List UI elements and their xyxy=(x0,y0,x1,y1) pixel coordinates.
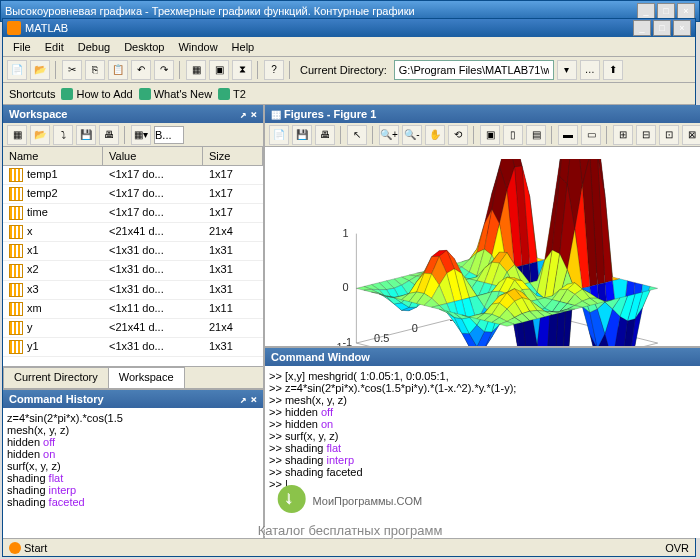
pointer-button[interactable]: ↖ xyxy=(347,125,367,145)
panel-undock-button[interactable]: ↗ xyxy=(240,108,247,121)
subplot2-button[interactable]: ⊟ xyxy=(636,125,656,145)
panel-close-button[interactable]: × xyxy=(250,108,257,121)
simulink-button[interactable]: ▦ xyxy=(186,60,206,80)
col-size-header[interactable]: Size xyxy=(203,147,263,165)
table-row[interactable]: x<21x41 d...21x4 xyxy=(3,223,263,242)
tab-current-directory[interactable]: Current Directory xyxy=(3,367,109,388)
command-history-panel: Command History ↗× z=4*sin(2*pi*x).*cos(… xyxy=(3,388,263,538)
history-header: Command History ↗× xyxy=(3,390,263,408)
help-button[interactable]: ? xyxy=(264,60,284,80)
matlab-maximize-button[interactable]: □ xyxy=(653,20,671,36)
paste-button[interactable]: 📋 xyxy=(108,60,128,80)
up-dir-button[interactable]: ⬆ xyxy=(603,60,623,80)
subplot3-button[interactable]: ⊡ xyxy=(659,125,679,145)
shortcuts-label: Shortcuts xyxy=(9,88,55,100)
table-row[interactable]: x1<1x31 do...1x31 xyxy=(3,242,263,261)
rotate3d-button[interactable]: ⟲ xyxy=(448,125,468,145)
cmd-line: >> hidden off xyxy=(269,406,700,418)
new-figure-button[interactable]: 📄 xyxy=(269,125,289,145)
zoom-out-button[interactable]: 🔍- xyxy=(402,125,422,145)
colorbar-button[interactable]: ▯ xyxy=(503,125,523,145)
legend-button[interactable]: ▤ xyxy=(526,125,546,145)
os-close-button[interactable]: × xyxy=(677,3,695,19)
table-row[interactable]: x2<1x31 do...1x31 xyxy=(3,261,263,280)
col-name-header[interactable]: Name xyxy=(3,147,103,165)
history-line[interactable]: shading interp xyxy=(7,484,259,496)
history-line[interactable]: hidden on xyxy=(7,448,259,460)
open-file-button[interactable]: 📂 xyxy=(30,60,50,80)
history-line[interactable]: hidden off xyxy=(7,436,259,448)
matlab-titlebar: MATLAB _ □ × xyxy=(3,19,695,37)
open-var-button[interactable]: 📂 xyxy=(30,125,50,145)
table-row[interactable]: temp1<1x17 do...1x17 xyxy=(3,166,263,185)
cmd-line: >> | xyxy=(269,478,700,490)
pan-button[interactable]: ✋ xyxy=(425,125,445,145)
table-row[interactable]: temp2<1x17 do...1x17 xyxy=(3,185,263,204)
panel-close-button[interactable]: × xyxy=(250,393,257,406)
cmd-line: >> shading faceted xyxy=(269,466,700,478)
subplot4-button[interactable]: ⊠ xyxy=(682,125,700,145)
history-line[interactable]: shading faceted xyxy=(7,496,259,508)
datacursor-button[interactable]: ▣ xyxy=(480,125,500,145)
zoom-in-button[interactable]: 🔍+ xyxy=(379,125,399,145)
print-figure-button[interactable]: 🖶 xyxy=(315,125,335,145)
history-body[interactable]: z=4*sin(2*pi*x).*cos(1.5mesh(x, y, z)hid… xyxy=(3,408,263,538)
workspace-table[interactable]: Name Value Size temp1<1x17 do...1x17temp… xyxy=(3,147,263,366)
history-line[interactable]: shading flat xyxy=(7,472,259,484)
matlab-minimize-button[interactable]: _ xyxy=(633,20,651,36)
os-minimize-button[interactable]: _ xyxy=(637,3,655,19)
table-row[interactable]: xm<1x11 do...1x11 xyxy=(3,300,263,319)
profiler-button[interactable]: ⧗ xyxy=(232,60,252,80)
shortcut-t2[interactable]: T2 xyxy=(218,88,246,100)
menu-desktop[interactable]: Desktop xyxy=(118,39,170,55)
history-line[interactable]: surf(x, y, z) xyxy=(7,460,259,472)
cut-button[interactable]: ✂ xyxy=(62,60,82,80)
start-button[interactable]: Start xyxy=(9,542,47,554)
shortcut-whats-new[interactable]: What's New xyxy=(139,88,212,100)
statusbar: Start OVR xyxy=(3,538,695,556)
browse-button[interactable]: … xyxy=(580,60,600,80)
save-figure-button[interactable]: 💾 xyxy=(292,125,312,145)
current-directory-input[interactable] xyxy=(394,60,554,80)
layout2-button[interactable]: ▭ xyxy=(581,125,601,145)
copy-button[interactable]: ⎘ xyxy=(85,60,105,80)
panel-undock-button[interactable]: ↗ xyxy=(240,393,247,406)
menu-window[interactable]: Window xyxy=(172,39,223,55)
table-row[interactable]: time<1x17 do...1x17 xyxy=(3,204,263,223)
layout1-button[interactable]: ▬ xyxy=(558,125,578,145)
table-row[interactable]: y<21x41 d...21x4 xyxy=(3,319,263,338)
shortcut-icon xyxy=(139,88,151,100)
history-line[interactable]: z=4*sin(2*pi*x).*cos(1.5 xyxy=(7,412,259,424)
variable-icon xyxy=(9,264,23,278)
command-window-body[interactable]: >> [x,y] meshgrid( 1:0.05:1, 0:0.05:1,>>… xyxy=(265,366,700,538)
history-line[interactable]: mesh(x, y, z) xyxy=(7,424,259,436)
save-ws-button[interactable]: 💾 xyxy=(76,125,96,145)
dir-dropdown-button[interactable]: ▾ xyxy=(557,60,577,80)
menu-edit[interactable]: Edit xyxy=(39,39,70,55)
plot-type-button[interactable]: ▦▾ xyxy=(131,125,151,145)
variable-icon xyxy=(9,302,23,316)
undo-button[interactable]: ↶ xyxy=(131,60,151,80)
matlab-close-button[interactable]: × xyxy=(673,20,691,36)
tab-workspace[interactable]: Workspace xyxy=(108,367,185,388)
col-value-header[interactable]: Value xyxy=(103,147,203,165)
figure-canvas[interactable]: -101-1-0.500.51-1-0.500.51 xyxy=(265,147,700,346)
table-row[interactable]: y1<1x31 do...1x31 xyxy=(3,338,263,357)
variable-icon xyxy=(9,187,23,201)
import-button[interactable]: ⤵ xyxy=(53,125,73,145)
table-row[interactable]: x3<1x31 do...1x31 xyxy=(3,281,263,300)
print-button[interactable]: 🖶 xyxy=(99,125,119,145)
base-input[interactable] xyxy=(154,126,184,144)
new-var-button[interactable]: ▦ xyxy=(7,125,27,145)
menu-debug[interactable]: Debug xyxy=(72,39,116,55)
variable-icon xyxy=(9,283,23,297)
new-file-button[interactable]: 📄 xyxy=(7,60,27,80)
figure-header: ▦ Figures - Figure 1 ↗× xyxy=(265,105,700,123)
guide-button[interactable]: ▣ xyxy=(209,60,229,80)
menu-help[interactable]: Help xyxy=(226,39,261,55)
subplot1-button[interactable]: ⊞ xyxy=(613,125,633,145)
os-maximize-button[interactable]: □ xyxy=(657,3,675,19)
shortcut-how-to-add[interactable]: How to Add xyxy=(61,88,132,100)
menu-file[interactable]: File xyxy=(7,39,37,55)
redo-button[interactable]: ↷ xyxy=(154,60,174,80)
